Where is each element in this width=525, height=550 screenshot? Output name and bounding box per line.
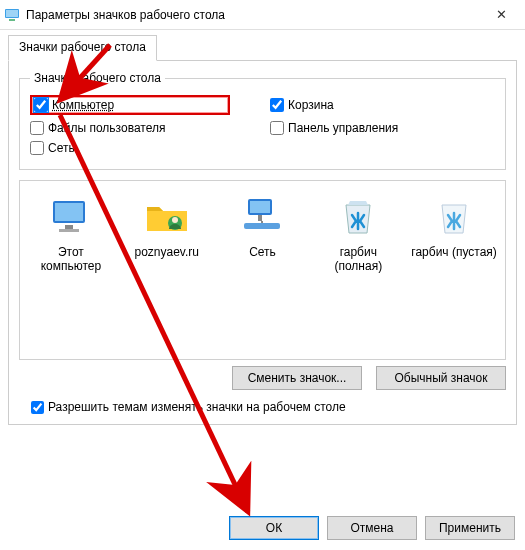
svg-rect-11 [258, 215, 262, 221]
close-button[interactable]: ✕ [481, 1, 521, 29]
checkbox-network[interactable]: Сеть [30, 141, 230, 155]
checkbox-computer-label: Компьютер [52, 98, 114, 112]
icon-preview-box: Этот компьютер poznyaev.ru Сеть гарбич (… [19, 180, 506, 360]
preview-item-label: гарбич (пустая) [411, 245, 497, 259]
preview-item-label: Этот компьютер [28, 245, 114, 274]
preview-item-this-pc[interactable]: Этот компьютер [28, 193, 114, 274]
preview-item-recycle-full[interactable]: гарбич (полная) [315, 193, 401, 274]
checkbox-network-label: Сеть [48, 141, 75, 155]
apply-button[interactable]: Применить [425, 516, 515, 540]
checkbox-userfiles[interactable]: Файлы пользователя [30, 121, 230, 135]
svg-rect-12 [244, 223, 280, 229]
checkbox-computer-input[interactable] [34, 98, 48, 112]
recycle-full-icon [334, 193, 382, 241]
tab-desktop-icons[interactable]: Значки рабочего стола [8, 35, 157, 61]
user-folder-icon [143, 193, 191, 241]
checkbox-recycle-label: Корзина [288, 98, 334, 112]
computer-icon [47, 193, 95, 241]
preview-item-label: Сеть [220, 245, 306, 259]
group-desktop-icons: Значки рабочего стола Компьютер Корзина … [19, 71, 506, 170]
window-title: Параметры значков рабочего стола [26, 8, 481, 22]
network-icon [238, 193, 286, 241]
preview-item-recycle-empty[interactable]: гарбич (пустая) [411, 193, 497, 259]
cancel-button[interactable]: Отмена [327, 516, 417, 540]
checkbox-allow-themes-label: Разрешить темам изменять значки на рабоч… [48, 400, 346, 414]
svg-rect-5 [65, 225, 73, 229]
svg-point-8 [172, 217, 178, 223]
preview-item-user[interactable]: poznyaev.ru [124, 193, 210, 259]
checkbox-userfiles-label: Файлы пользователя [48, 121, 165, 135]
svg-rect-1 [6, 10, 18, 17]
checkbox-recycle-input[interactable] [270, 98, 284, 112]
recycle-empty-icon [430, 193, 478, 241]
checkbox-computer[interactable]: Компьютер [30, 95, 230, 115]
checkbox-control-label: Панель управления [288, 121, 398, 135]
preview-item-label: гарбич (полная) [315, 245, 401, 274]
ok-button[interactable]: ОК [229, 516, 319, 540]
tab-label: Значки рабочего стола [19, 40, 146, 54]
checkbox-userfiles-input[interactable] [30, 121, 44, 135]
preview-item-network[interactable]: Сеть [220, 193, 306, 259]
svg-rect-2 [9, 19, 15, 21]
checkbox-allow-themes[interactable]: Разрешить темам изменять значки на рабоч… [31, 400, 494, 414]
group-legend: Значки рабочего стола [30, 71, 165, 85]
preview-item-label: poznyaev.ru [124, 245, 210, 259]
checkbox-recycle[interactable]: Корзина [270, 95, 470, 115]
default-icon-button[interactable]: Обычный значок [376, 366, 506, 390]
checkbox-allow-themes-input[interactable] [31, 401, 44, 414]
checkbox-network-input[interactable] [30, 141, 44, 155]
change-icon-button[interactable]: Сменить значок... [232, 366, 362, 390]
svg-rect-4 [55, 203, 83, 221]
checkbox-control[interactable]: Панель управления [270, 121, 470, 135]
svg-rect-10 [250, 201, 270, 213]
checkbox-control-input[interactable] [270, 121, 284, 135]
app-icon [4, 7, 20, 23]
svg-rect-6 [59, 229, 79, 232]
close-icon: ✕ [496, 7, 507, 22]
